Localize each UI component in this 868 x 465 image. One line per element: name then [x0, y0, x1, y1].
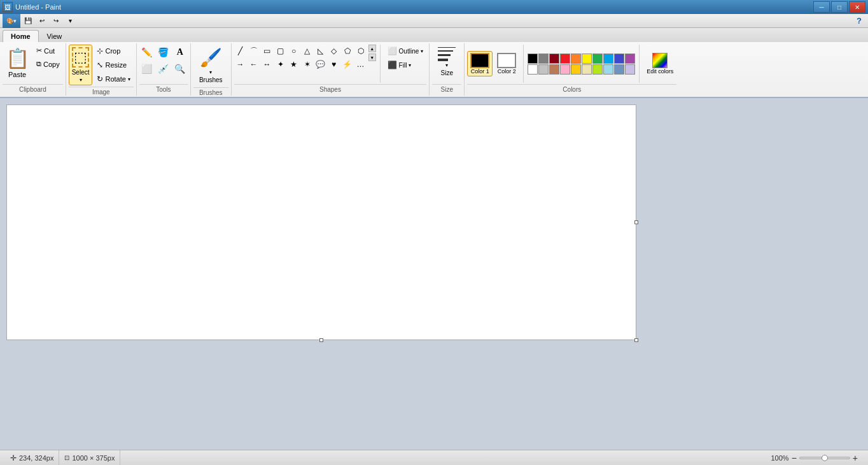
shape-curve[interactable]: ⌒: [248, 45, 260, 57]
rotate-icon: ↻: [97, 75, 103, 83]
minimize-button[interactable]: ─: [813, 1, 830, 13]
shape-star4[interactable]: ✦: [274, 58, 287, 71]
window-controls: ─ □ ✕: [813, 1, 865, 13]
color-swatch[interactable]: [560, 64, 570, 75]
color-swatch[interactable]: [582, 64, 592, 75]
tab-home[interactable]: Home: [3, 30, 39, 42]
tools-content: ✏️ 🪣 A ⬜ 💉 🔍: [139, 45, 188, 83]
color-swatch[interactable]: [571, 54, 581, 64]
pencil-tool[interactable]: ✏️: [139, 45, 155, 60]
color1-button[interactable]: Color 1: [467, 51, 493, 76]
shape-right-triangle[interactable]: ◺: [314, 45, 327, 57]
ribbon-tabs: Home View: [0, 28, 868, 42]
edit-colors-button[interactable]: Edit colors: [643, 51, 676, 76]
paint-canvas[interactable]: [6, 104, 636, 340]
shape-triangle[interactable]: △: [301, 45, 314, 57]
zoom-slider[interactable]: [799, 457, 850, 459]
color-swatch[interactable]: [625, 54, 635, 64]
brushes-content: 🖌️ ▾ Brushes: [193, 45, 228, 86]
crop-button[interactable]: ⊹ Crop: [94, 45, 133, 57]
shape-heart[interactable]: ♥: [328, 58, 340, 71]
quick-redo-button[interactable]: ↪: [50, 15, 62, 27]
zoom-out-icon[interactable]: −: [792, 453, 797, 463]
color-swatch[interactable]: [592, 64, 603, 75]
color-swatch[interactable]: [549, 54, 559, 64]
color-swatch[interactable]: [528, 54, 538, 64]
shape-arrow-l[interactable]: ←: [248, 58, 260, 71]
color-swatch[interactable]: [625, 64, 635, 75]
color-swatch[interactable]: [560, 54, 570, 64]
shape-pentagon[interactable]: ⬠: [341, 45, 354, 57]
shape-callout[interactable]: 💬: [314, 58, 327, 71]
clipboard-small-buttons: ✂ Cut ⧉ Copy: [33, 45, 63, 70]
shape-lightning[interactable]: ⚡: [341, 58, 354, 71]
color2-button[interactable]: Color 2: [494, 51, 519, 76]
shape-diamond[interactable]: ◇: [328, 45, 340, 57]
color-swatch[interactable]: [538, 64, 549, 75]
quick-undo-button[interactable]: ↩: [36, 15, 48, 27]
shapes-scroll-up[interactable]: ▲: [368, 45, 376, 52]
resize-handle-corner[interactable]: [634, 338, 638, 342]
shape-more[interactable]: …: [354, 58, 367, 71]
shape-4arrow[interactable]: ↔: [261, 58, 274, 71]
color-row-1: [528, 54, 635, 64]
maximize-button[interactable]: □: [831, 1, 848, 13]
select-button[interactable]: ⬚ Select ▾: [69, 45, 93, 85]
zoom-section: 100% − +: [766, 453, 863, 463]
quick-save-button[interactable]: 💾: [22, 15, 34, 27]
size-button[interactable]: ▾ Size: [432, 45, 461, 79]
brushes-group: 🖌️ ▾ Brushes Brushes: [191, 43, 232, 96]
tab-view[interactable]: View: [39, 30, 71, 42]
shapes-scroll-down[interactable]: ▼: [368, 54, 376, 61]
shape-star5[interactable]: ★: [288, 58, 300, 71]
paste-button[interactable]: 📋 Paste: [3, 45, 32, 80]
help-button[interactable]: ?: [853, 15, 865, 27]
quick-access-dropdown[interactable]: ▾: [64, 15, 76, 27]
magnifier-tool[interactable]: 🔍: [172, 61, 188, 76]
copy-button[interactable]: ⧉ Copy: [33, 58, 63, 70]
color-swatch[interactable]: [538, 54, 549, 64]
size-line-4: [438, 59, 448, 61]
shape-hexagon[interactable]: ⬡: [354, 45, 367, 57]
text-tool[interactable]: A: [172, 45, 188, 60]
shape-star6[interactable]: ✶: [301, 58, 314, 71]
color-swatch[interactable]: [603, 54, 613, 64]
eraser-tool[interactable]: ⬜: [139, 61, 155, 76]
rotate-button[interactable]: ↻ Rotate ▾: [94, 73, 133, 85]
clipboard-content: 📋 Paste ✂ Cut ⧉ Copy: [3, 45, 63, 83]
shape-rect[interactable]: ▭: [261, 45, 274, 57]
canvas-wrapper: [6, 104, 636, 340]
color-swatch[interactable]: [614, 64, 624, 75]
colors-separator-2: [639, 45, 640, 83]
fill-button[interactable]: ⬛ Fill ▾: [384, 59, 427, 71]
brushes-button[interactable]: 🖌️ ▾ Brushes: [193, 45, 228, 86]
cut-button[interactable]: ✂ Cut: [33, 45, 63, 57]
resize-icon: ⤡: [97, 61, 103, 69]
shape-arrow-r[interactable]: →: [234, 58, 247, 71]
resize-button[interactable]: ⤡ Resize: [94, 59, 133, 71]
shape-roundrect[interactable]: ▢: [274, 45, 287, 57]
color-swatch[interactable]: [528, 64, 538, 75]
color-swatch[interactable]: [582, 54, 592, 64]
image-label: Image: [69, 87, 134, 97]
shapes-label: Shapes: [234, 84, 427, 94]
size-group: ▾ Size Size: [430, 43, 465, 96]
fill-tool[interactable]: 🪣: [156, 45, 171, 60]
outline-icon: ⬜: [388, 46, 397, 55]
resize-handle-bottom[interactable]: [319, 338, 323, 342]
shape-ellipse[interactable]: ○: [288, 45, 300, 57]
outline-button[interactable]: ⬜ Outline ▾: [384, 45, 427, 57]
shape-line[interactable]: ╱: [234, 45, 247, 57]
color-swatch[interactable]: [571, 64, 581, 75]
color-swatch[interactable]: [603, 64, 613, 75]
paste-label: Paste: [8, 71, 26, 78]
color-picker-tool[interactable]: 💉: [156, 61, 171, 76]
zoom-in-icon[interactable]: +: [853, 453, 858, 463]
paint-menu-button[interactable]: 🎨▾: [3, 14, 20, 28]
close-button[interactable]: ✕: [849, 1, 865, 13]
color-swatch[interactable]: [592, 54, 603, 64]
color-swatch[interactable]: [549, 64, 559, 75]
color-swatch[interactable]: [614, 54, 624, 64]
resize-handle-right[interactable]: [634, 220, 638, 224]
copy-icon: ⧉: [36, 60, 41, 68]
